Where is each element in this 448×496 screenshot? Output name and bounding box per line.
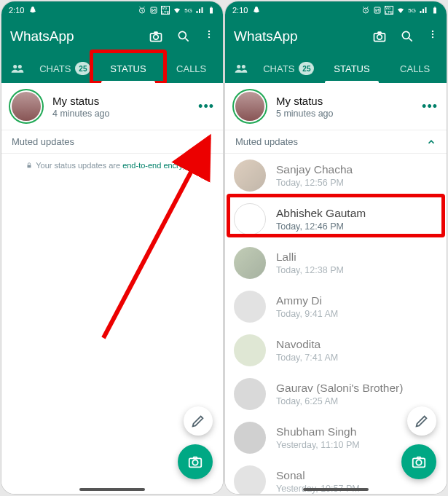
e2e-text: Your status updates are — [36, 161, 122, 170]
svg-point-26 — [237, 65, 240, 68]
status-item[interactable]: Abhishek GautamToday, 12:46 PM — [225, 197, 447, 241]
fab-text-status[interactable] — [184, 406, 213, 436]
muted-status-list: Sanjay ChachaToday, 12:56 PM Abhishek Ga… — [225, 154, 447, 494]
alarm-icon — [138, 6, 146, 15]
tab-status-label: Status — [110, 63, 146, 74]
nfc-icon — [373, 6, 382, 15]
android-statusbar: 2:10 VoLTE 5G — [1, 1, 223, 19]
camera-icon[interactable] — [372, 29, 387, 44]
tab-bar: Chats 25 Status Calls — [1, 54, 223, 83]
e2e-link[interactable]: end-to-end encrypted — [122, 161, 199, 170]
android-nav-handle[interactable] — [303, 488, 369, 491]
fab-text-status[interactable] — [407, 406, 436, 436]
my-status-row[interactable]: My status 4 minutes ago ••• — [1, 83, 223, 130]
more-icon[interactable] — [428, 29, 438, 44]
tab-calls-label: Calls — [176, 63, 206, 74]
muted-updates-label: Muted updates — [235, 136, 298, 147]
fab-camera-status[interactable] — [178, 444, 213, 479]
tab-chats[interactable]: Chats 25 — [257, 54, 321, 83]
network-label: 5G — [184, 7, 192, 14]
app-title: WhatsApp — [234, 28, 298, 44]
tab-communities[interactable] — [1, 54, 34, 83]
camera-icon[interactable] — [149, 29, 163, 44]
svg-rect-18 — [433, 8, 436, 14]
phone-right: 2:10 VoLTE 5G WhatsApp Chats 25 — [225, 1, 447, 494]
tab-calls[interactable]: Calls — [383, 54, 447, 83]
status-name: Lalli — [276, 251, 438, 264]
android-nav-handle[interactable] — [79, 488, 145, 491]
status-time: Today, 12:38 PM — [276, 265, 438, 275]
status-name: Navodita — [276, 338, 438, 351]
tab-chats-label: Chats — [263, 63, 294, 74]
my-status-sub: 4 minutes ago — [52, 109, 198, 119]
svg-point-7 — [208, 31, 210, 32]
my-status-menu-icon[interactable]: ••• — [198, 99, 214, 114]
status-name: Ammy Di — [276, 294, 438, 307]
signal-icon — [195, 6, 204, 15]
clock: 2:10 — [9, 6, 24, 15]
my-status-sub: 5 minutes ago — [276, 109, 422, 119]
tab-chats-label: Chats — [39, 63, 71, 74]
svg-point-5 — [154, 35, 159, 40]
svg-point-10 — [13, 65, 17, 68]
volte-icon: VoLTE — [161, 6, 170, 15]
tab-communities[interactable] — [225, 54, 257, 83]
status-avatar — [234, 203, 266, 235]
my-status-avatar — [10, 90, 42, 122]
phone-left: 2:10 VoLTE 5G WhatsApp Chats 25 — [1, 1, 223, 494]
svg-point-22 — [402, 31, 409, 39]
tab-status-label: Status — [334, 63, 369, 74]
tab-calls[interactable]: Calls — [160, 54, 223, 83]
status-avatar — [234, 291, 266, 323]
svg-point-9 — [208, 36, 210, 38]
svg-point-23 — [432, 31, 433, 32]
my-status-avatar — [234, 90, 266, 122]
more-icon[interactable] — [204, 29, 214, 44]
signal-icon — [419, 6, 428, 15]
encryption-notice: Your status updates are end-to-end encry… — [1, 154, 223, 177]
status-item[interactable]: LalliToday, 12:38 PM — [225, 241, 447, 285]
muted-updates-header[interactable]: Muted updates — [1, 130, 223, 154]
content-left: My status 4 minutes ago ••• Muted update… — [1, 83, 223, 494]
app-bar: WhatsApp — [1, 19, 223, 54]
status-avatar — [234, 378, 266, 410]
app-bar: WhatsApp — [225, 19, 447, 54]
status-item[interactable]: NavoditaToday, 7:41 AM — [225, 328, 447, 372]
my-status-menu-icon[interactable]: ••• — [422, 99, 438, 114]
status-avatar — [234, 334, 266, 366]
search-icon[interactable] — [400, 29, 414, 44]
my-status-row[interactable]: My status 5 minutes ago ••• — [225, 83, 447, 130]
status-avatar — [234, 422, 266, 454]
tab-chats[interactable]: Chats 25 — [34, 54, 97, 83]
svg-point-21 — [377, 35, 382, 40]
tab-calls-label: Calls — [400, 63, 430, 74]
clock: 2:10 — [232, 6, 248, 15]
alarm-icon — [361, 6, 370, 15]
status-time: Today, 7:41 AM — [276, 353, 438, 363]
tab-status[interactable]: Status — [97, 54, 160, 83]
network-label: 5G — [408, 7, 416, 14]
svg-point-6 — [178, 31, 186, 39]
svg-rect-3 — [211, 7, 212, 8]
status-item[interactable]: Ammy DiToday, 9:41 AM — [225, 285, 447, 328]
status-avatar — [234, 247, 266, 279]
my-status-title: My status — [276, 95, 422, 107]
lock-icon — [25, 162, 33, 169]
wifi-icon — [396, 6, 405, 15]
wifi-icon — [173, 6, 181, 15]
nfc-icon — [149, 6, 158, 15]
search-icon[interactable] — [176, 29, 191, 44]
status-time: Today, 12:56 PM — [276, 178, 438, 188]
svg-point-25 — [432, 36, 433, 38]
chats-badge: 25 — [75, 62, 90, 75]
fab-camera-status[interactable] — [401, 444, 436, 479]
tab-status[interactable]: Status — [321, 54, 384, 83]
android-statusbar: 2:10 VoLTE 5G — [225, 1, 447, 19]
status-item[interactable]: Sanjay ChachaToday, 12:56 PM — [225, 154, 447, 197]
svg-rect-12 — [28, 165, 31, 168]
svg-rect-2 — [210, 8, 213, 14]
muted-updates-header[interactable]: Muted updates — [225, 130, 447, 154]
status-name: Gaurav (Saloni's Brother) — [276, 382, 438, 395]
battery-icon — [431, 6, 439, 15]
my-status-title: My status — [52, 95, 198, 107]
